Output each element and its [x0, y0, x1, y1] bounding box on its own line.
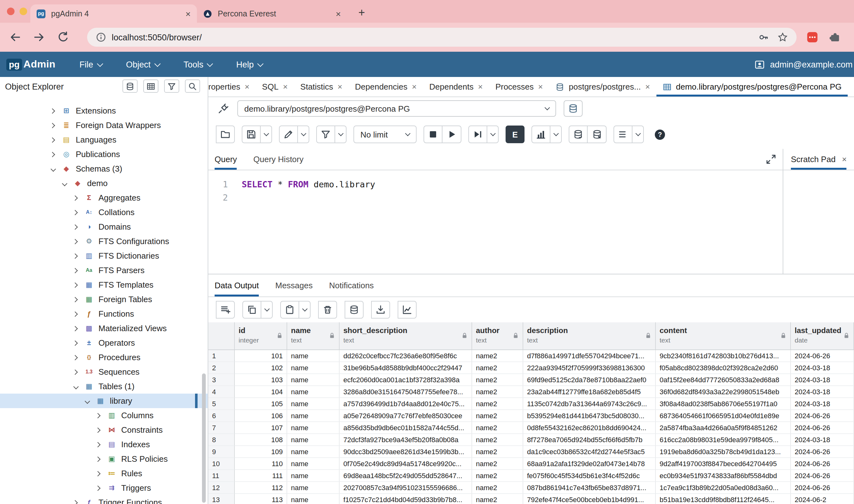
- cell-last_updated[interactable]: 2024-03-18: [791, 386, 854, 398]
- forward-button[interactable]: [33, 31, 46, 43]
- row-number[interactable]: 11: [208, 470, 235, 482]
- cell-description[interactable]: 69fd9ed5125c2da78e8710b8aa22aef0: [523, 374, 656, 386]
- cell-id[interactable]: 103: [235, 374, 287, 386]
- cell-content[interactable]: 9cb2340f8161d742803b10b276d413...: [656, 350, 791, 362]
- connection-select[interactable]: demo.library/postgres/postgres@Percona P…: [237, 100, 556, 117]
- tree-item-demo[interactable]: ◆demo: [0, 176, 208, 191]
- browser-tab-percona-everest[interactable]: Percona Everest×: [197, 4, 347, 23]
- main-tab-sql[interactable]: SQL×: [256, 77, 294, 96]
- cell-name[interactable]: name: [287, 398, 339, 410]
- download-results-button[interactable]: [371, 301, 390, 319]
- twisty-icon[interactable]: [73, 311, 78, 317]
- tree-item-fts-configurations[interactable]: ⚙FTS Configurations: [0, 234, 208, 249]
- filter-button[interactable]: [316, 126, 335, 143]
- cell-short_description[interactable]: f10257c7c21dd4bd04d59d33b9b7b8...: [339, 494, 472, 504]
- explain-dropdown[interactable]: [551, 126, 562, 143]
- paste-button[interactable]: [280, 301, 299, 319]
- db-stack-icon[interactable]: [122, 79, 138, 93]
- open-file-button[interactable]: [216, 126, 235, 143]
- cell-id[interactable]: 113: [235, 494, 287, 504]
- cell-last_updated[interactable]: 2024-06-2: [791, 494, 854, 504]
- tree-item-triggers[interactable]: ⇉Triggers: [0, 481, 208, 495]
- tree-item-tables-1[interactable]: ▦Tables (1): [0, 379, 208, 394]
- tab-query[interactable]: Query: [215, 149, 237, 170]
- explain-analyze-button[interactable]: [531, 126, 551, 143]
- close-icon[interactable]: ×: [842, 155, 847, 164]
- close-icon[interactable]: ×: [478, 83, 483, 91]
- twisty-icon[interactable]: [50, 137, 55, 143]
- cell-description[interactable]: 0d8fe55432162ec86201b8dd690424...: [523, 422, 656, 434]
- tree-item-operators[interactable]: ±Operators: [0, 336, 208, 350]
- row-number[interactable]: 10: [208, 458, 235, 470]
- puzzle-icon[interactable]: [829, 31, 841, 43]
- cell-last_updated[interactable]: 2024-06-26: [791, 458, 854, 470]
- tree-item-fts-dictionaries[interactable]: ▥FTS Dictionaries: [0, 249, 208, 263]
- cell-author[interactable]: name2: [472, 434, 523, 446]
- grid-corner[interactable]: [208, 322, 235, 349]
- close-icon[interactable]: ×: [336, 9, 341, 18]
- twisty-icon[interactable]: [73, 253, 78, 259]
- cell-id[interactable]: 112: [235, 482, 287, 494]
- close-icon[interactable]: ×: [245, 83, 249, 91]
- cell-id[interactable]: 110: [235, 458, 287, 470]
- connection-status-icon[interactable]: [216, 101, 231, 116]
- copy-button[interactable]: [242, 301, 261, 319]
- twisty-icon[interactable]: [73, 326, 78, 331]
- cell-id[interactable]: 108: [235, 434, 287, 446]
- cell-author[interactable]: name2: [472, 494, 523, 504]
- grid-col-name[interactable]: nametext: [287, 322, 339, 349]
- close-icon[interactable]: ×: [186, 9, 191, 18]
- cell-name[interactable]: name: [287, 494, 339, 504]
- menu-help[interactable]: Help: [236, 60, 263, 69]
- tree-item-library[interactable]: ▦library: [0, 394, 208, 408]
- save-dropdown[interactable]: [261, 126, 272, 143]
- back-button[interactable]: [9, 31, 21, 43]
- macros-dropdown[interactable]: [632, 126, 644, 143]
- cell-content[interactable]: ec0b934e51f93743833af86bf5584dbd: [656, 470, 791, 482]
- cell-content[interactable]: 3f08a48ad0238f5ab86706e55197f1a0: [656, 398, 791, 410]
- execute-dropdown[interactable]: [487, 126, 499, 143]
- cell-author[interactable]: name2: [472, 458, 523, 470]
- url-text[interactable]: localhost:5050/browser/: [112, 33, 202, 42]
- account-menu[interactable]: admin@example.com (: [754, 59, 854, 70]
- cell-author[interactable]: name2: [472, 350, 523, 362]
- sql-code[interactable]: SELECT * FROM demo.library: [236, 170, 375, 274]
- twisty-icon[interactable]: [50, 152, 55, 157]
- cell-short_description[interactable]: a05e72648909a77c76f7ebfe85030cee: [339, 410, 472, 422]
- cell-short_description[interactable]: 90dcc3bd2509aee8261d34e1599b3b...: [339, 446, 472, 458]
- tree-item-sequences[interactable]: 1.3Sequences: [0, 365, 208, 379]
- twisty-icon[interactable]: [95, 442, 101, 447]
- twisty-icon[interactable]: [73, 340, 78, 346]
- filter-dropdown[interactable]: [335, 126, 347, 143]
- close-icon[interactable]: ×: [412, 83, 417, 91]
- cell-short_description[interactable]: 0f705e2c49dc89d94a51748ce9920c...: [339, 458, 472, 470]
- row-limit-select[interactable]: No limit: [353, 126, 417, 143]
- tree-item-collations[interactable]: A↕Collations: [0, 205, 208, 219]
- tree-item-procedures[interactable]: {}Procedures: [0, 350, 208, 365]
- paste-dropdown[interactable]: [299, 301, 311, 319]
- cell-name[interactable]: name: [287, 350, 339, 362]
- cell-last_updated[interactable]: 2024-03-18: [791, 398, 854, 410]
- cell-name[interactable]: name: [287, 482, 339, 494]
- twisty-icon[interactable]: [95, 427, 101, 433]
- twisty-icon[interactable]: [73, 224, 78, 230]
- reload-button[interactable]: [57, 31, 69, 43]
- main-tab-demo-library-postgres-postgres-percona-pg[interactable]: demo.library/postgres/postgres@Percona P…: [657, 77, 848, 96]
- cell-author[interactable]: name2: [472, 422, 523, 434]
- cell-content[interactable]: 0af15f2ee84dd77726050833a2ed68a8: [656, 374, 791, 386]
- save-data-button[interactable]: [345, 301, 364, 319]
- menu-file[interactable]: File: [80, 60, 102, 69]
- cell-content[interactable]: b51ba19e13cdd9f8bdb8f112f24645...: [656, 494, 791, 504]
- tree-item-foreign-data-wrappers[interactable]: ≣Foreign Data Wrappers: [0, 118, 208, 132]
- cell-last_updated[interactable]: 2024-06-26: [791, 410, 854, 422]
- tree-item-rls-policies[interactable]: ▣RLS Policies: [0, 452, 208, 466]
- cell-id[interactable]: 107: [235, 422, 287, 434]
- cell-author[interactable]: name2: [472, 470, 523, 482]
- close-window-button[interactable]: [7, 7, 15, 15]
- funnel-icon[interactable]: [164, 79, 179, 93]
- cell-last_updated[interactable]: 2024-03-18: [791, 374, 854, 386]
- cell-id[interactable]: 102: [235, 362, 287, 374]
- cell-author[interactable]: name2: [472, 482, 523, 494]
- close-icon[interactable]: ×: [283, 83, 287, 91]
- main-tab-roperties[interactable]: roperties×: [208, 77, 256, 96]
